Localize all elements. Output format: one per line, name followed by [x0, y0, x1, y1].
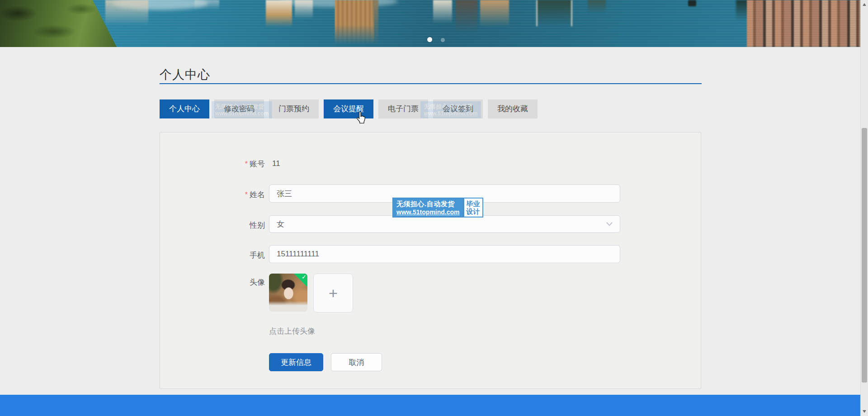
page-footer — [0, 395, 860, 416]
banner-reflection — [194, 0, 219, 10]
phone-label: 手机 — [160, 250, 265, 260]
banner-reflection — [456, 0, 477, 33]
watermark-tag-line2: 设计 — [467, 208, 480, 215]
watermark-tag: 毕业 设计 — [463, 198, 483, 217]
tab-meeting-checkin[interactable]: 会议签到 — [433, 99, 483, 118]
required-star: * — [245, 160, 248, 168]
seller-watermark: 无须担心.自动发货 www.51topmind.com 毕业 设计 — [392, 198, 483, 217]
scrollbar-thumb[interactable] — [862, 128, 867, 383]
banner-reflection-right — [747, 0, 860, 47]
upload-hint-text: 点击上传头像 — [269, 326, 315, 336]
gender-label: 性别 — [160, 220, 265, 231]
required-star: * — [245, 191, 248, 199]
gender-select[interactable]: 女 — [269, 215, 620, 233]
banner-reflection — [536, 0, 572, 26]
banner-reflection — [373, 0, 378, 45]
watermark-url: www.51topmind.com — [396, 208, 460, 216]
watermark-blue-box: 无须担心.自动发货 www.51topmind.com — [392, 198, 463, 217]
account-label: *账号 — [160, 159, 265, 169]
profile-form-panel: *账号 11 *姓名 性别 女 手机 头像 ✓ + 点击上传头像 更新信息 取消 — [160, 132, 701, 389]
account-value: 11 — [272, 159, 280, 168]
tab-e-ticket[interactable]: 电子门票 — [378, 99, 428, 118]
banner-reflection — [480, 0, 509, 27]
tab-ticket-booking[interactable]: 门票预约 — [269, 99, 319, 118]
watermark-slogan: 无须担心.自动发货 — [396, 200, 460, 208]
chevron-down-icon — [606, 222, 613, 226]
update-info-button[interactable]: 更新信息 — [269, 353, 323, 371]
banner-boat-reflection — [688, 0, 696, 6]
watermark-tag-line1: 毕业 — [467, 200, 480, 208]
carousel-dot[interactable] — [441, 38, 445, 42]
tab-my-favorites[interactable]: 我的收藏 — [488, 99, 538, 118]
phone-input[interactable] — [269, 245, 620, 263]
banner-reflection — [433, 0, 452, 24]
banner-reflection — [588, 0, 606, 14]
scrollbar-down-arrow-icon[interactable] — [863, 410, 866, 413]
check-icon: ✓ — [302, 274, 307, 280]
plus-icon: + — [329, 285, 338, 301]
banner-reflection — [295, 0, 313, 19]
gender-selected-value: 女 — [277, 219, 284, 229]
avatar-thumbnail[interactable]: ✓ — [269, 274, 307, 312]
banner-reflection — [105, 0, 148, 25]
banner-reflection — [266, 0, 292, 27]
tab-meeting-reminder[interactable]: 会议提醒 — [324, 99, 373, 118]
page-title: 个人中心 — [160, 66, 210, 83]
profile-tabs: 个人中心 修改密码 门票预约 会议提醒 电子门票 会议签到 我的收藏 — [160, 99, 538, 118]
banner-carousel — [0, 0, 860, 47]
tab-change-password[interactable]: 修改密码 — [214, 99, 264, 118]
name-label: *姓名 — [160, 189, 265, 200]
avatar-label: 头像 — [160, 277, 265, 288]
carousel-dot-active[interactable] — [427, 37, 432, 42]
avatar-upload-button[interactable]: + — [313, 274, 353, 312]
cancel-button[interactable]: 取消 — [331, 353, 382, 371]
scrollbar-up-arrow-icon[interactable] — [863, 3, 866, 6]
vertical-scrollbar[interactable] — [860, 0, 868, 416]
account-row: *账号 11 — [160, 157, 280, 170]
tab-personal-center[interactable]: 个人中心 — [160, 99, 209, 118]
banner-reflection — [335, 0, 374, 44]
title-underline — [160, 83, 702, 84]
